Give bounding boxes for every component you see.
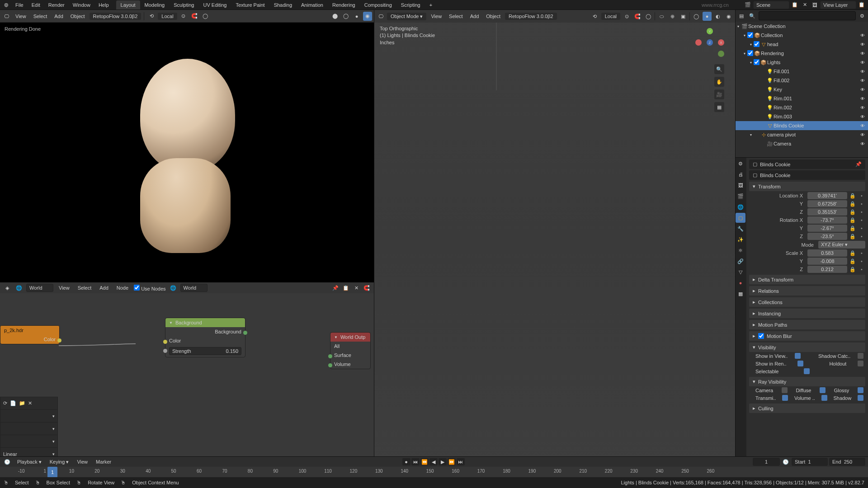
vp-orient[interactable]: Local [601, 13, 620, 20]
outliner-row-camera[interactable]: 🎥Camera👁 [736, 139, 868, 148]
bg-color-socket[interactable] [163, 340, 167, 344]
use-nodes-check[interactable] [134, 285, 140, 291]
motionblur-check[interactable] [758, 333, 764, 339]
rv-addon[interactable]: RetopoFlow 3.0.0β2 [90, 13, 142, 20]
tab-shading[interactable]: Shading [269, 0, 297, 9]
outliner-row-blinds-cookie[interactable]: ▽Blinds Cookie👁 [736, 121, 868, 130]
panel-motionblur[interactable]: ▸ Motion Blur [749, 331, 865, 341]
outliner-mode-icon[interactable]: ▤ [737, 11, 746, 20]
prop-tab-texture[interactable]: ▩ [736, 289, 745, 299]
scene-name[interactable]: Scene [753, 1, 789, 9]
tab-script[interactable]: Scripting [396, 0, 425, 9]
ne-view[interactable]: View [56, 284, 72, 291]
wo-surface-socket[interactable] [328, 354, 332, 358]
camera-icon[interactable]: 🎥 [714, 89, 724, 99]
vis-2-a[interactable] [804, 368, 810, 374]
rv-select[interactable]: Select [31, 12, 50, 20]
vis-1-b[interactable] [858, 361, 863, 366]
shading-solid-icon[interactable]: ● [352, 12, 361, 21]
outliner-row-camera-pivot[interactable]: ▾⊹camera pivot👁 [736, 130, 868, 139]
new-scene-icon[interactable]: 📋 [790, 0, 799, 9]
node-world-output[interactable]: ▼World Outp All Surface Volume [330, 332, 371, 369]
mp-copy-icon[interactable]: 📄 [10, 400, 16, 406]
mode-selector[interactable]: Object Mode ▾ [387, 13, 426, 20]
jump-end-icon[interactable]: ⏭ [457, 458, 465, 465]
prop-tab-object[interactable]: ▢ [736, 213, 745, 223]
world-icon[interactable]: 🌐 [14, 283, 24, 292]
tab-add-workspace[interactable]: + [425, 0, 437, 9]
vis-1-a[interactable] [797, 361, 803, 366]
shading-render-icon[interactable]: ◉ [363, 12, 372, 21]
tab-layout[interactable]: Layout [116, 0, 140, 9]
mp-row4[interactable]: ▾ [0, 435, 58, 447]
playhead[interactable]: 1 [47, 467, 57, 478]
node-hdr[interactable]: p_2k.hdr Color [0, 325, 60, 344]
gizmo-y-icon[interactable]: Y [707, 28, 713, 34]
rotation-val-0[interactable]: -73.7° [807, 216, 847, 224]
nav-gizmo[interactable]: Y Z X [695, 28, 724, 57]
copy-icon[interactable]: 📋 [341, 283, 350, 292]
tab-texture[interactable]: Texture Paint [231, 0, 269, 9]
ray-0-4[interactable] [858, 387, 863, 393]
outliner-row-fill-002[interactable]: 💡Fill.002👁 [736, 76, 868, 85]
outliner-tree[interactable]: ▾🎬Scene Collection ▾📦Collection👁▾▽head👁▾… [736, 22, 868, 157]
menu-window[interactable]: Window [69, 1, 94, 9]
gizmo-x-icon[interactable]: X [718, 39, 724, 46]
vp-prop-icon[interactable]: ◯ [644, 12, 653, 21]
panel-culling[interactable]: ▸ Culling [749, 404, 865, 413]
proportional-icon[interactable]: ◯ [201, 12, 210, 21]
tab-modeling[interactable]: Modeling [140, 0, 170, 9]
outliner-row-rim-002[interactable]: 💡Rim.002👁 [736, 103, 868, 112]
wo-volume-socket[interactable] [328, 363, 332, 367]
prop-tab-material[interactable]: ● [736, 278, 745, 288]
vp-select[interactable]: Select [446, 12, 466, 20]
rotation-val-2[interactable]: -23.5° [807, 233, 847, 240]
rv-view[interactable]: View [13, 12, 29, 20]
vp-snap-icon[interactable]: 🧲 [633, 12, 642, 21]
current-frame[interactable]: 1 [753, 458, 780, 466]
prop-tab-viewlayer[interactable]: 🖼 [736, 180, 745, 190]
vis-0-a[interactable] [795, 353, 801, 359]
ne-node[interactable]: Node [114, 284, 131, 291]
node-editor-icon[interactable]: ◈ [3, 283, 12, 292]
next-key-icon[interactable]: ⏩ [448, 458, 456, 465]
outliner-root[interactable]: ▾🎬Scene Collection [736, 22, 868, 31]
vis-0-b[interactable] [858, 353, 863, 359]
scale-val-2[interactable]: 0.212 [807, 266, 847, 273]
tab-comp[interactable]: Compositing [360, 0, 396, 9]
editor-type-icon[interactable]: 🖵 [2, 12, 11, 21]
vp-pivot-icon[interactable]: ⊙ [622, 12, 631, 21]
ne-add[interactable]: Add [97, 284, 111, 291]
ray-0-0[interactable] [782, 387, 788, 393]
vp-addon[interactable]: RetopoFlow 3.0.0β2 [505, 13, 557, 20]
panel-relations[interactable]: ▸ Relations [749, 286, 865, 296]
preview-range-icon[interactable]: 🕓 [781, 457, 790, 466]
rv-object[interactable]: Object [68, 12, 88, 20]
prop-tab-render[interactable]: ⚙ [736, 159, 745, 169]
viewport-3d[interactable]: 🖵 Object Mode ▾ View Select Add Object R… [374, 10, 735, 477]
panel-ray[interactable]: ▾ Ray Visibility [749, 377, 865, 386]
viewlayer-name[interactable]: View Layer [820, 1, 856, 9]
prop-tab-scene[interactable]: 🎬 [736, 191, 745, 201]
prop-tab-data[interactable]: ▽ [736, 267, 745, 277]
del-scene-icon[interactable]: ✕ [800, 0, 809, 9]
tl-playback[interactable]: Playback ▾ [14, 458, 44, 466]
location-val-0[interactable]: 0.39741' [807, 192, 847, 199]
xray-icon[interactable]: ▣ [679, 12, 688, 21]
rotation-mode[interactable]: XYZ Euler ▾ [818, 241, 865, 249]
bg-out-socket[interactable] [243, 331, 247, 335]
ray-0-2[interactable] [820, 387, 826, 393]
pan-icon[interactable]: ✋ [714, 77, 724, 87]
scale-val-1[interactable]: -0.008 [807, 258, 847, 265]
gizmo-neg-icon[interactable] [695, 39, 702, 46]
timeline-ruler[interactable]: 1 -1011020304050607080901001101201301401… [0, 467, 868, 478]
prev-key-icon[interactable]: ⏪ [420, 458, 429, 465]
ray-1-4[interactable] [858, 395, 863, 401]
mp-row3[interactable]: ▾ [0, 422, 58, 435]
shading-wire-icon[interactable]: ◯ [341, 12, 350, 21]
shading-flat-icon[interactable]: ⬤ [330, 12, 340, 21]
outliner-row-head[interactable]: ▾▽head👁 [736, 40, 868, 49]
orient-icon[interactable]: ⟲ [147, 12, 156, 21]
mp-open-icon[interactable]: 📁 [19, 400, 25, 406]
outliner-row-lights[interactable]: ▾📦Lights👁 [736, 58, 868, 67]
